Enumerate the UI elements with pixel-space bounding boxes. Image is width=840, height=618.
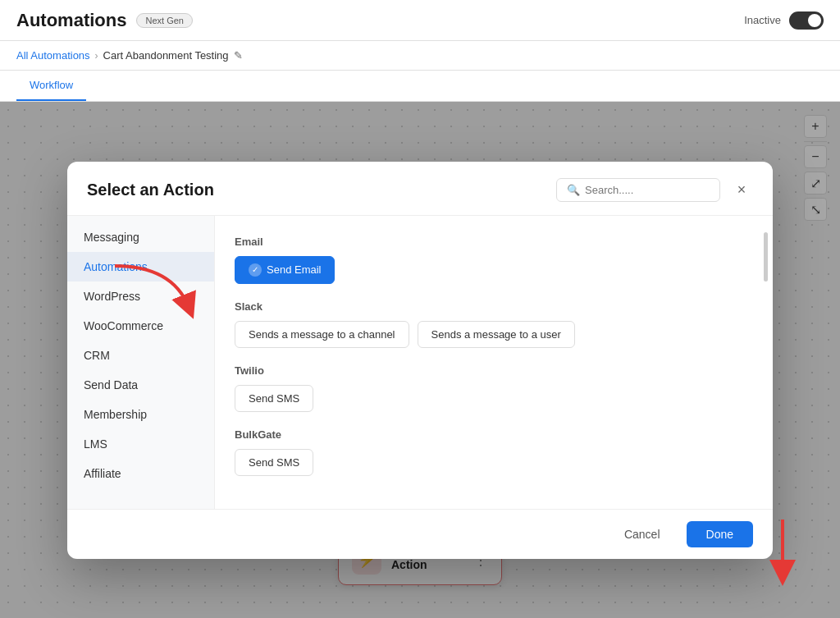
scroll-indicator <box>764 232 768 282</box>
header-left: Automations Next Gen <box>16 10 193 31</box>
cancel-button[interactable]: Cancel <box>608 521 677 547</box>
action-btn-send-sms[interactable]: Send SMS <box>235 449 313 476</box>
search-input[interactable] <box>585 184 710 196</box>
edit-icon[interactable]: ✎ <box>234 49 243 62</box>
action-btn-sends-a-message-to-a-channel[interactable]: Sends a message to a channel <box>235 321 409 348</box>
sidebar-category-membership[interactable]: Membership <box>67 400 214 429</box>
workflow-canvas: + − ⤢ ⤡ ⚡ Step 4 Action ⋮ Select an Acti… <box>0 102 840 618</box>
header-right: Inactive <box>744 11 824 30</box>
sidebar-category-send-data[interactable]: Send Data <box>67 370 214 400</box>
page-header: Automations Next Gen Inactive <box>0 0 840 41</box>
modal-overlay: Select an Action 🔍 × MessagingAutomation… <box>0 102 840 618</box>
breadcrumb-all-automations[interactable]: All Automations <box>16 49 90 62</box>
action-btn-sends-a-message-to-a-user[interactable]: Sends a message to a user <box>418 321 575 348</box>
next-gen-badge: Next Gen <box>136 13 192 28</box>
modal-header: Select an Action 🔍 × <box>67 162 773 215</box>
sidebar-category-crm[interactable]: CRM <box>67 341 214 370</box>
tabs-bar: Workflow <box>0 71 840 102</box>
status-label: Inactive <box>744 14 781 26</box>
action-btn-send-email[interactable]: ✓Send Email <box>235 256 335 284</box>
sidebar-category-wordpress[interactable]: WordPress <box>67 282 214 311</box>
sidebar-category-woocommerce[interactable]: WooCommerce <box>67 311 214 341</box>
search-box[interactable]: 🔍 <box>556 178 720 202</box>
sidebar-category-affiliate[interactable]: Affiliate <box>67 459 214 488</box>
search-icon: 🔍 <box>567 184 580 196</box>
modal-title: Select an Action <box>87 181 214 199</box>
action-buttons-row-twilio: Send SMS <box>235 385 753 412</box>
section-label-bulkgate: BulkGate <box>235 428 753 441</box>
sidebar-category-lms[interactable]: LMS <box>67 429 214 459</box>
close-button[interactable]: × <box>730 178 753 201</box>
page-title: Automations <box>16 10 126 31</box>
section-label-slack: Slack <box>235 300 753 313</box>
section-label-email: Email <box>235 236 753 248</box>
modal-header-right: 🔍 × <box>556 178 753 202</box>
breadcrumb-current: Cart Abandonment Testing <box>103 49 229 62</box>
modal-footer: Cancel Done <box>67 509 773 559</box>
modal-body: MessagingAutomationsWordPressWooCommerce… <box>67 215 773 509</box>
check-circle-icon: ✓ <box>249 263 262 277</box>
page-background: Automations Next Gen Inactive All Automa… <box>0 0 840 618</box>
modal-sidebar: MessagingAutomationsWordPressWooCommerce… <box>67 216 215 509</box>
breadcrumb-separator: › <box>95 50 98 62</box>
sidebar-category-messaging[interactable]: Messaging <box>67 222 214 252</box>
action-buttons-row-bulkgate: Send SMS <box>235 449 753 476</box>
section-label-twilio: Twilio <box>235 364 753 377</box>
sidebar-category-automations[interactable]: Automations <box>67 252 214 282</box>
status-toggle[interactable] <box>789 11 824 30</box>
action-btn-send-sms[interactable]: Send SMS <box>235 385 313 412</box>
action-buttons-row-slack: Sends a message to a channelSends a mess… <box>235 321 753 348</box>
select-action-modal: Select an Action 🔍 × MessagingAutomation… <box>67 162 773 559</box>
breadcrumb: All Automations › Cart Abandonment Testi… <box>0 41 840 71</box>
tab-workflow[interactable]: Workflow <box>16 71 86 101</box>
done-button[interactable]: Done <box>687 521 753 547</box>
modal-content-area: Email✓Send EmailSlackSends a message to … <box>215 216 773 509</box>
action-buttons-row-email: ✓Send Email <box>235 256 753 284</box>
